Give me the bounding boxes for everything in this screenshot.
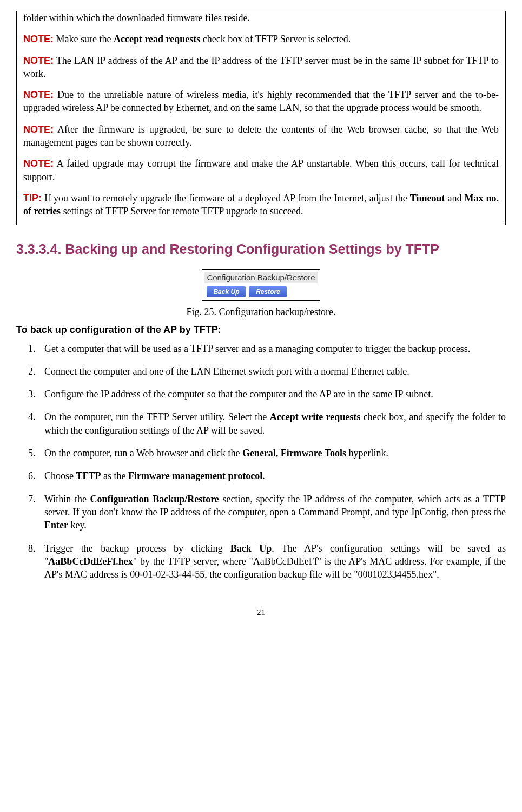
note-paragraph: NOTE: Make sure the Accept read requests… (23, 32, 499, 45)
step-text: Choose (44, 470, 76, 481)
tip-text: If you want to remotely upgrade the firm… (42, 193, 410, 204)
figure-title: Configuration Backup/Restore (204, 272, 317, 283)
note-text: Make sure the (54, 34, 114, 44)
bold-term: Configuration Backup/Restore (90, 494, 219, 505)
continuation-text: folder within which the downloaded firmw… (23, 11, 499, 24)
tip-text: and (445, 193, 464, 204)
step-item: Within the Configuration Backup/Restore … (38, 493, 506, 532)
backup-button[interactable]: Back Up (207, 286, 246, 297)
note-label: NOTE: (23, 55, 54, 66)
section-heading: 3.3.3.4. Backing up and Restoring Config… (16, 241, 506, 257)
note-text: check box of TFTP Server is selected. (200, 34, 351, 44)
note-paragraph: NOTE: The LAN IP address of the AP and t… (23, 54, 499, 81)
step-text: hyperlink. (346, 448, 388, 459)
bold-term: Enter (44, 520, 68, 531)
figure-container: Configuration Backup/Restore Back Up Res… (16, 269, 506, 301)
restore-button[interactable]: Restore (249, 286, 287, 297)
note-text: After the firmware is upgraded, be sure … (23, 124, 499, 148)
note-text: The LAN IP address of the AP and the IP … (23, 55, 499, 79)
step-text: Within the (44, 494, 90, 505)
step-text: key. (68, 520, 87, 531)
figure-buttons-row: Back Up Restore (204, 285, 317, 298)
note-label: NOTE: (23, 158, 54, 169)
bold-term: TFTP (76, 470, 101, 481)
bold-term: Firmware management protocol (128, 470, 262, 481)
note-paragraph: NOTE: A failed upgrade may corrupt the f… (23, 157, 499, 184)
step-item: Choose TFTP as the Firmware management p… (38, 469, 506, 482)
step-text: Trigger the backup process by clicking (44, 543, 230, 554)
step-item: Get a computer that will be used as a TF… (38, 342, 506, 355)
step-text: On the computer, run a Web browser and c… (44, 448, 242, 459)
steps-list: Get a computer that will be used as a TF… (16, 342, 506, 581)
figure-box: Configuration Backup/Restore Back Up Res… (202, 269, 320, 301)
note-text: Due to the unreliable nature of wireless… (23, 89, 499, 113)
procedure-heading: To back up configuration of the AP by TF… (16, 324, 506, 336)
step-text: . (262, 470, 265, 481)
note-paragraph: NOTE: After the firmware is upgraded, be… (23, 123, 499, 149)
note-text: A failed upgrade may corrupt the firmwar… (23, 158, 499, 182)
note-paragraph: NOTE: Due to the unreliable nature of wi… (23, 88, 499, 115)
bold-term: General, Firmware Tools (242, 448, 346, 459)
bold-term: Accept read requests (114, 34, 200, 44)
page-number: 21 (16, 608, 506, 617)
tip-text: settings of TFTP Server for remote TFTP … (61, 206, 303, 217)
bold-term: AaBbCcDdEeFf.hex (48, 556, 133, 567)
figure-caption: Fig. 25. Configuration backup/restore. (16, 306, 506, 318)
note-label: NOTE: (23, 89, 54, 100)
step-item: On the computer, run a Web browser and c… (38, 447, 506, 460)
step-item: Connect the computer and one of the LAN … (38, 365, 506, 378)
note-label: NOTE: (23, 124, 54, 135)
step-text: On the computer, run the TFTP Server uti… (44, 411, 270, 422)
step-text: as the (101, 470, 128, 481)
bold-term: Timeout (410, 193, 445, 204)
note-label: NOTE: (23, 34, 54, 44)
bold-term: Back Up (230, 543, 272, 554)
step-item: On the computer, run the TFTP Server uti… (38, 410, 506, 437)
notes-box: folder within which the downloaded firmw… (16, 11, 506, 225)
step-item: Trigger the backup process by clicking B… (38, 542, 506, 581)
step-item: Configure the IP address of the computer… (38, 388, 506, 401)
tip-paragraph: TIP: If you want to remotely upgrade the… (23, 192, 499, 218)
bold-term: Accept write requests (270, 411, 361, 422)
tip-label: TIP: (23, 193, 42, 204)
